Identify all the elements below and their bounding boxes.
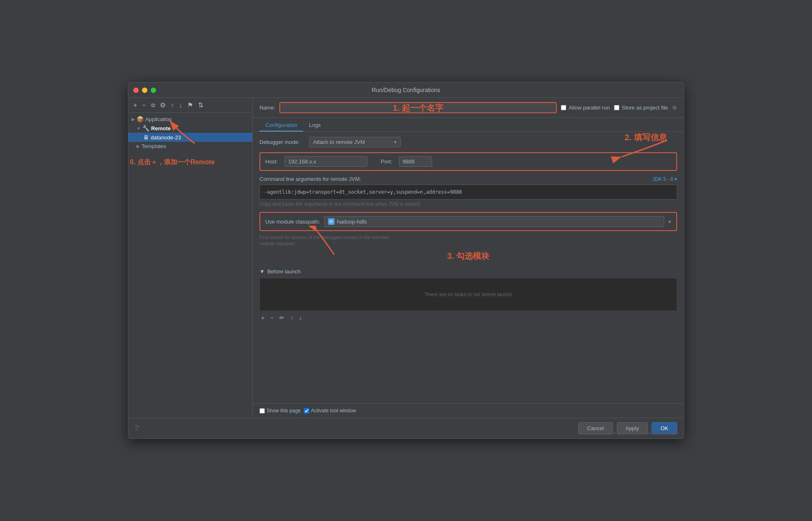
module-dropdown-arrow[interactable]: ▾ [668, 219, 671, 225]
sort-button[interactable]: ⇅ [196, 100, 205, 110]
tab-logs[interactable]: Logs [303, 119, 326, 131]
gear-icon[interactable]: ⚙ [672, 105, 677, 111]
dialog-title: Run/Debug Configurations [372, 87, 440, 93]
activate-window-checkbox[interactable] [304, 408, 309, 414]
before-launch-toolbar: + − ✏ ↑ ↓ [259, 314, 677, 322]
module-hint: First search for sources of the debugged… [259, 234, 677, 247]
dialog-body: + − ⧉ ⚙ ↑ ↓ ⚑ ⇅ ▶ 📦 Application ▼ 🔧 Remo… [128, 98, 684, 418]
cmd-args-hint: Copy and paste the arguments to the comm… [259, 201, 677, 207]
tab-configuration[interactable]: Configuration [259, 119, 303, 131]
activate-window-label: Activate tool window [304, 408, 356, 414]
module-select[interactable]: M hadoop-hdfs [324, 216, 664, 227]
host-label: Host: [265, 158, 278, 165]
minimize-button[interactable] [142, 88, 147, 93]
cmd-args-value: -agentlib:jdwp=transport=dt_socket,serve… [259, 185, 677, 200]
close-button[interactable] [133, 88, 139, 93]
application-label: Application [145, 116, 172, 122]
annotation-step3: 3. 勾选模块 [259, 251, 677, 262]
right-panel: Name: 1. 起一个名字 Allow parallel run Store … [253, 98, 684, 418]
templates-arrow: ▶ [137, 144, 140, 149]
cmd-args-label-row: Command line arguments for remote JVM: J… [259, 176, 677, 182]
name-input-highlight: 1. 起一个名字 [279, 102, 556, 113]
before-launch-arrow: ▼ [259, 268, 265, 275]
remove-config-button[interactable]: − [140, 101, 147, 110]
empty-tasks-box: There are no tasks to run before launch [259, 278, 677, 311]
module-name: hadoop-hdfs [337, 219, 367, 225]
annotation-step0: 0. 点击＋，添加一个Remote [130, 158, 215, 167]
parallel-run-label: Allow parallel run [561, 105, 610, 111]
application-icon: 📦 [137, 116, 144, 122]
help-button[interactable]: ? [135, 424, 139, 433]
left-panel: + − ⧉ ⚙ ↑ ↓ ⚑ ⇅ ▶ 📦 Application ▼ 🔧 Remo… [128, 98, 253, 418]
debugger-mode-label: Debugger mode: [259, 139, 305, 145]
window-controls [133, 88, 156, 93]
add-config-button[interactable]: + [132, 101, 139, 110]
remote-label: Remote [151, 125, 171, 131]
show-page-label: Show this page [259, 408, 301, 414]
cancel-button[interactable]: Cancel [578, 422, 612, 434]
settings-button[interactable]: ⚙ [158, 100, 167, 110]
templates-node[interactable]: ▶ Templates [128, 142, 252, 151]
parallel-run-checkbox[interactable] [561, 105, 566, 110]
module-classpath-label: Use module classpath: [265, 219, 320, 225]
before-launch-up-button[interactable]: ↑ [289, 314, 295, 322]
title-bar: Run/Debug Configurations [128, 83, 684, 98]
remote-expand-arrow: ▼ [137, 126, 141, 131]
down-button[interactable]: ↓ [177, 101, 184, 110]
datanode-label: datanode-23 [151, 134, 181, 141]
store-project-label: Store as project file [614, 105, 668, 111]
name-label: Name: [259, 105, 275, 111]
before-launch-header[interactable]: ▼ Before launch [259, 268, 677, 275]
debugger-mode-row: Debugger mode: Attach to remote JVM ▾ [259, 137, 677, 147]
name-input[interactable] [280, 103, 555, 112]
templates-label: Templates [142, 143, 166, 149]
watermark: https://blog.csdn.net/m/n/9l33445 [611, 430, 679, 435]
config-toolbar: + − ⧉ ⚙ ↑ ↓ ⚑ ⇅ [128, 98, 252, 113]
show-page-checkbox[interactable] [259, 408, 265, 414]
application-node[interactable]: ▶ 📦 Application [128, 114, 252, 124]
name-row: Name: 1. 起一个名字 Allow parallel run Store … [253, 98, 684, 118]
debugger-mode-value: Attach to remote JVM [313, 139, 365, 145]
bottom-checkboxes-row: Show this page Activate tool window [253, 403, 684, 418]
run-debug-dialog: Run/Debug Configurations + − ⧉ ⚙ ↑ ↓ ⚑ ⇅… [128, 82, 684, 439]
module-classpath-row: Use module classpath: M hadoop-hdfs ▾ [259, 212, 677, 231]
debugger-dropdown-arrow: ▾ [394, 139, 397, 145]
cmd-args-section: Command line arguments for remote JVM: J… [259, 176, 677, 207]
port-label: Port: [381, 158, 392, 165]
before-launch-add-button[interactable]: + [259, 314, 266, 322]
annotation-step2: 2. 填写信息 [625, 132, 667, 143]
before-launch-down-button[interactable]: ↓ [297, 314, 303, 322]
before-launch-section: ▼ Before launch There are no tasks to ru… [259, 268, 677, 322]
maximize-button[interactable] [151, 88, 156, 93]
annotation-step3-area: 3. 勾选模块 [259, 251, 677, 262]
host-port-row: Host: Port: [259, 152, 677, 171]
debugger-mode-select[interactable]: Attach to remote JVM ▾ [309, 137, 401, 147]
module-icon: M [328, 218, 335, 225]
datanode-icon: 🖥 [143, 134, 149, 141]
config-content: Debugger mode: Attach to remote JVM ▾ [253, 132, 684, 403]
remote-node[interactable]: ▼ 🔧 Remote [128, 124, 252, 133]
before-launch-label: Before launch [267, 268, 301, 275]
empty-tasks-text: There are no tasks to run before launch [425, 292, 512, 297]
expand-arrow: ▶ [132, 117, 135, 122]
copy-config-button[interactable]: ⧉ [149, 101, 157, 110]
tabs-bar: Configuration Logs [253, 119, 684, 132]
remote-icon: 🔧 [142, 125, 149, 131]
before-launch-edit-button[interactable]: ✏ [278, 314, 286, 322]
before-launch-remove-button[interactable]: − [269, 314, 275, 322]
store-project-checkbox[interactable] [614, 105, 619, 110]
jdk-link[interactable]: JDK 5 - 8 ▾ [653, 176, 677, 182]
flag-button[interactable]: ⚑ [186, 100, 195, 110]
datanode-node[interactable]: 🖥 datanode-23 [128, 133, 252, 142]
host-input[interactable] [284, 156, 367, 167]
footer: ? Cancel Apply OK [128, 418, 684, 438]
up-button[interactable]: ↑ [169, 101, 176, 110]
cmd-args-label: Command line arguments for remote JVM: [259, 176, 361, 182]
port-input[interactable] [399, 156, 432, 167]
